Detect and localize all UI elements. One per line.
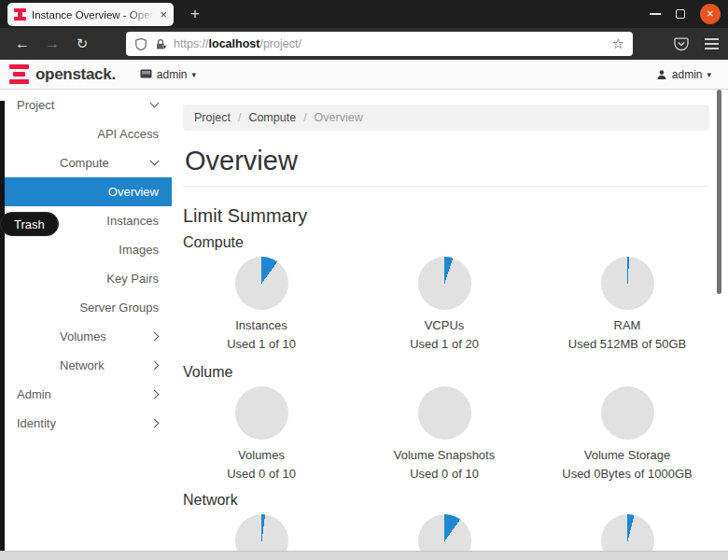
window-maximize-button[interactable]: [676, 9, 685, 19]
browser-titlebar: Instance Overview - Open × + ×: [0, 0, 728, 28]
openstack-logo-text: openstack.: [35, 65, 116, 84]
openstack-favicon-icon: [14, 8, 26, 21]
dock-edge: [0, 101, 5, 553]
sidebar-item-label: Volumes: [60, 329, 106, 343]
caret-down-icon: ▾: [707, 70, 711, 79]
browser-toolbar: ← → ↻ https://localhost/project/ ☆: [0, 28, 728, 60]
sidebar-item-label: API Access: [97, 127, 159, 141]
tab-title: Instance Overview - Open: [32, 9, 154, 21]
forward-button[interactable]: →: [39, 28, 65, 60]
volume-snapshots-quota-chart: Volume Snapshots Used 0 of 10: [366, 386, 523, 481]
vcpus-quota-chart: VCPUs Used 1 of 20: [366, 257, 523, 351]
scrollbar-thumb[interactable]: [717, 90, 721, 294]
pie-chart: [235, 257, 288, 310]
sidebar-item-network[interactable]: Network: [0, 351, 172, 380]
main-content: Project / Compute / Overview Overview Li…: [172, 90, 728, 560]
volume-group-heading: Volume: [183, 364, 709, 381]
back-button[interactable]: ←: [9, 28, 35, 60]
project-switcher-label: admin: [157, 68, 188, 81]
pie-caption: Used 512MB of 50GB: [568, 337, 686, 351]
breadcrumb-separator: /: [303, 111, 306, 124]
project-switcher-dropdown[interactable]: admin ▾: [140, 68, 196, 81]
instances-quota-chart: Instances Used 1 of 10: [183, 257, 340, 351]
user-menu-dropdown[interactable]: admin ▾: [656, 68, 711, 81]
breadcrumb-link-compute[interactable]: Compute: [248, 111, 296, 124]
sidebar-item-compute[interactable]: Compute: [0, 148, 172, 177]
limit-summary-heading: Limit Summary: [183, 205, 709, 227]
compute-group-heading: Compute: [183, 234, 709, 251]
bookmark-star-icon[interactable]: ☆: [612, 35, 624, 52]
sidebar-item-label: Admin: [17, 387, 51, 401]
openstack-logo-icon: [9, 64, 29, 84]
openstack-brand[interactable]: openstack.: [0, 64, 116, 84]
pie-label: Instances: [235, 318, 287, 332]
pie-caption: Used 1 of 10: [227, 337, 296, 351]
reload-button[interactable]: ↻: [69, 28, 95, 60]
pie-chart: [601, 386, 654, 440]
sidebar-item-label: Project: [17, 98, 54, 112]
pocket-icon[interactable]: [674, 37, 689, 51]
tab-close-icon[interactable]: ×: [160, 8, 167, 21]
url-bar[interactable]: https://localhost/project/ ☆: [126, 32, 633, 56]
new-tab-button[interactable]: +: [185, 4, 205, 24]
url-scheme: https://: [174, 37, 209, 50]
chevron-right-icon: [150, 361, 160, 371]
pie-chart: [235, 386, 288, 440]
sidebar-item-project[interactable]: Project: [0, 91, 172, 119]
url-path: /project/: [259, 37, 301, 50]
chevron-right-icon: [150, 419, 160, 428]
tracking-shield-icon[interactable]: [134, 37, 147, 51]
sidebar-item-label: Images: [119, 243, 159, 257]
pie-caption: Used 0 of 10: [227, 467, 296, 481]
sidebar-item-key-pairs[interactable]: Key Pairs: [0, 264, 172, 293]
title-divider: [183, 186, 709, 187]
sidebar-item-images[interactable]: Images: [0, 235, 172, 264]
sidebar-item-label: Key Pairs: [106, 272, 159, 286]
pie-label: Volumes: [238, 448, 285, 462]
pie-caption: Used 0Bytes of 1000GB: [562, 467, 692, 481]
breadcrumb: Project / Compute / Overview: [183, 105, 709, 131]
window-minimize-button[interactable]: [650, 13, 661, 15]
screen: Instance Overview - Open × + × ← → ↻ htt…: [0, 0, 728, 560]
dock-trash-label[interactable]: Trash: [0, 212, 59, 236]
compute-pie-row: Instances Used 1 of 10 VCPUs Used 1 of 2…: [183, 257, 709, 351]
pie-chart: [418, 257, 471, 310]
chevron-right-icon: [150, 332, 160, 342]
sidebar-item-identity[interactable]: Identity: [0, 409, 172, 438]
browser-tab[interactable]: Instance Overview - Open ×: [7, 3, 174, 26]
menu-icon[interactable]: [705, 38, 719, 49]
insecure-lock-icon[interactable]: [154, 37, 167, 51]
window-close-button[interactable]: ×: [700, 4, 721, 24]
sidebar-item-label: Server Groups: [79, 301, 159, 315]
volume-storage-quota-chart: Volume Storage Used 0Bytes of 1000GB: [549, 386, 706, 481]
url-host: localhost: [209, 37, 260, 50]
pie-chart: [418, 386, 471, 440]
sidebar-item-server-groups[interactable]: Server Groups: [0, 293, 172, 322]
sidebar-item-label: Identity: [17, 416, 56, 430]
pie-caption: Used 1 of 20: [410, 337, 479, 351]
pie-label: RAM: [614, 318, 641, 332]
chevron-down-icon: [150, 157, 160, 166]
window-bottom-edge: [0, 551, 728, 560]
breadcrumb-link-project[interactable]: Project: [194, 111, 231, 124]
pie-caption: Used 0 of 10: [410, 467, 479, 481]
sidebar-item-label: Network: [60, 358, 105, 372]
sidebar-item-overview[interactable]: Overview: [0, 177, 172, 206]
sidebar-nav: Project API Access Compute Overview Inst…: [0, 91, 172, 438]
breadcrumb-separator: /: [238, 111, 241, 124]
pie-label: Volume Snapshots: [394, 448, 495, 462]
ram-quota-chart: RAM Used 512MB of 50GB: [549, 257, 706, 351]
openstack-header: openstack. admin ▾ admin ▾: [0, 60, 728, 90]
pie-chart: [601, 257, 654, 310]
chevron-down-icon: [150, 99, 160, 108]
sidebar-item-label: Compute: [60, 156, 109, 170]
breadcrumb-current: Overview: [315, 111, 363, 124]
sidebar-item-volumes[interactable]: Volumes: [0, 322, 172, 351]
pie-label: Volume Storage: [584, 448, 671, 462]
sidebar-item-label: Overview: [108, 185, 159, 199]
sidebar-item-admin[interactable]: Admin: [0, 380, 172, 409]
user-icon: [656, 69, 667, 80]
network-group-heading: Network: [183, 492, 709, 509]
sidebar-item-api-access[interactable]: API Access: [0, 119, 172, 148]
sidebar-item-label: Instances: [106, 214, 159, 228]
